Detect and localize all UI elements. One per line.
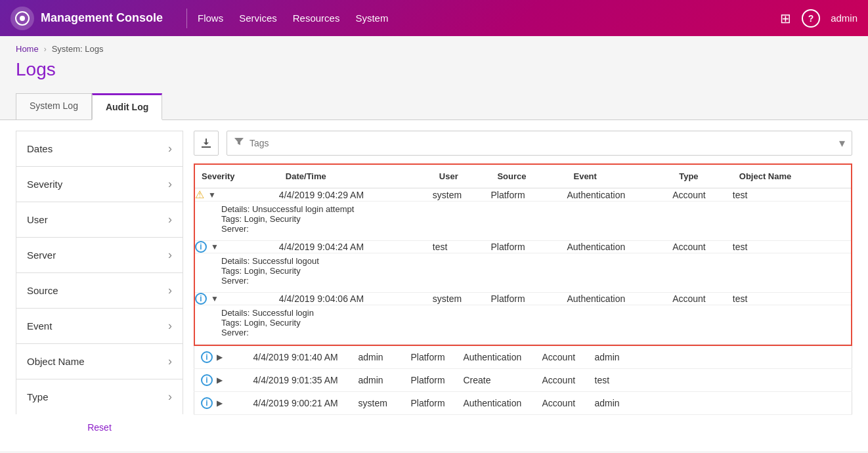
table-row: i ▼ 4/4/2019 9:04:06 AM system Platform …	[195, 293, 851, 305]
cell-datetime: 4/4/2019 9:04:06 AM	[279, 293, 433, 305]
cell-type: Account	[672, 293, 733, 305]
nav-resources[interactable]: Resources	[293, 10, 340, 26]
expand-arrow[interactable]: ▶	[217, 376, 223, 385]
cell-event: Authentication	[567, 293, 672, 305]
cell-severity: i ▶	[194, 392, 247, 415]
cell-object-name: admin	[588, 346, 852, 369]
info-icon: i	[201, 374, 213, 386]
nav-services[interactable]: Services	[239, 10, 277, 26]
tabs: System Log Audit Log	[16, 93, 852, 119]
cell-datetime: 4/4/2019 9:00:21 AM	[247, 392, 352, 415]
cell-type: Account	[536, 369, 588, 392]
table-header-row: Severity Date/Time User Source Event Typ…	[195, 165, 851, 188]
cell-source: Platform	[490, 188, 567, 202]
cell-object-name: test	[733, 188, 851, 202]
expand-arrow[interactable]: ▼	[211, 294, 219, 303]
breadcrumb-separator: ›	[44, 45, 47, 54]
tab-audit-log[interactable]: Audit Log	[92, 93, 162, 120]
tab-system-log[interactable]: System Log	[16, 93, 92, 119]
cell-source: Platform	[404, 346, 457, 369]
filter-event-label: Event	[27, 320, 52, 332]
details-cell: Details: Successful login Tags: Login, S…	[195, 305, 851, 345]
cell-type: Account	[672, 188, 733, 202]
cell-user: admin	[352, 346, 404, 369]
cell-event: Authentication	[567, 188, 672, 202]
logo-icon	[11, 7, 34, 30]
page-title: Logs	[0, 56, 868, 93]
warning-icon: ⚠	[195, 188, 204, 201]
col-user: User	[433, 165, 491, 188]
svg-point-1	[20, 16, 25, 21]
reset-button[interactable]: Reset	[16, 414, 183, 441]
sidebar-filters: Dates › Severity › User › Server › Sourc…	[16, 131, 183, 441]
col-source: Source	[490, 165, 567, 188]
filter-dates[interactable]: Dates ›	[16, 131, 183, 166]
tags-input[interactable]	[250, 138, 834, 148]
table-row: ⚠ ▼ 4/4/2019 9:04:29 AM system Platform …	[195, 188, 851, 202]
cell-object-name: test	[588, 369, 852, 392]
filter-funnel-icon	[234, 137, 244, 150]
cell-user: system	[352, 392, 404, 415]
tags-filter: ▾	[227, 131, 852, 156]
filter-event[interactable]: Event ›	[16, 308, 183, 343]
cell-source: Platform	[404, 392, 457, 415]
cell-severity: i ▼	[195, 293, 279, 305]
details-cell: Details: Successful logout Tags: Login, …	[195, 253, 851, 293]
filter-dates-arrow: ›	[168, 142, 172, 156]
table-toolbar: ▾	[194, 131, 852, 156]
details-cell: Details: Unsuccessful login attempt Tags…	[195, 202, 851, 241]
breadcrumb-home[interactable]: Home	[16, 44, 39, 54]
col-event: Event	[567, 165, 672, 188]
nav-right: ⊞ ? admin	[780, 9, 857, 28]
filter-user[interactable]: User ›	[16, 202, 183, 237]
cell-type: Account	[672, 241, 733, 253]
cell-event: Authentication	[567, 241, 672, 253]
filter-dates-label: Dates	[27, 143, 53, 154]
grid-icon[interactable]: ⊞	[780, 11, 791, 26]
table-row: i ▶ 4/4/2019 9:01:40 AM admin Platform A…	[194, 346, 852, 369]
user-menu[interactable]: admin	[831, 12, 857, 24]
nav-flows[interactable]: Flows	[198, 10, 223, 26]
table-row: i ▶ 4/4/2019 9:01:35 AM admin Platform C…	[194, 369, 852, 392]
filter-object-name-label: Object Name	[27, 356, 85, 367]
cell-severity: i ▶	[194, 369, 247, 392]
cell-datetime: 4/4/2019 9:01:35 AM	[247, 369, 352, 392]
logo: Management Console	[11, 7, 163, 30]
breadcrumb-current: System: Logs	[52, 44, 104, 54]
expand-arrow[interactable]: ▼	[208, 190, 216, 200]
filter-object-name[interactable]: Object Name ›	[16, 343, 183, 379]
download-button[interactable]	[194, 131, 219, 156]
expand-arrow[interactable]: ▶	[217, 353, 223, 362]
expand-arrow[interactable]: ▼	[211, 242, 219, 251]
filter-server-arrow: ›	[168, 248, 172, 262]
cell-severity: i ▼	[195, 241, 279, 253]
tabs-container: System Log Audit Log	[0, 93, 868, 119]
info-icon: i	[195, 241, 207, 253]
cell-datetime: 4/4/2019 9:01:40 AM	[247, 346, 352, 369]
col-type: Type	[672, 165, 733, 188]
filter-severity-label: Severity	[27, 179, 62, 190]
expand-arrow[interactable]: ▶	[217, 399, 223, 408]
info-icon: i	[201, 397, 213, 409]
info-icon: i	[195, 293, 207, 305]
log-table-bordered: Severity Date/Time User Source Event Typ…	[194, 163, 852, 346]
filter-server[interactable]: Server ›	[16, 237, 183, 272]
tags-dropdown-icon[interactable]: ▾	[839, 136, 845, 150]
filter-source[interactable]: Source ›	[16, 272, 183, 308]
filter-severity[interactable]: Severity ›	[16, 166, 183, 202]
cell-datetime: 4/4/2019 9:04:29 AM	[279, 188, 433, 202]
cell-type: Account	[536, 392, 588, 415]
filter-type-arrow: ›	[168, 390, 172, 404]
info-icon: i	[201, 351, 213, 363]
top-nav: Management Console Flows Services Resour…	[0, 0, 868, 36]
table-row-details: Details: Successful login Tags: Login, S…	[195, 305, 851, 345]
col-severity: Severity	[195, 165, 279, 188]
filter-type[interactable]: Type ›	[16, 379, 183, 414]
help-button[interactable]: ?	[802, 9, 820, 28]
nav-system[interactable]: System	[355, 10, 388, 26]
filter-server-label: Server	[27, 249, 56, 261]
cell-source: Platform	[490, 241, 567, 253]
cell-severity: ⚠ ▼	[195, 188, 279, 202]
cell-user: system	[433, 293, 491, 305]
cell-event: Authentication	[457, 346, 536, 369]
